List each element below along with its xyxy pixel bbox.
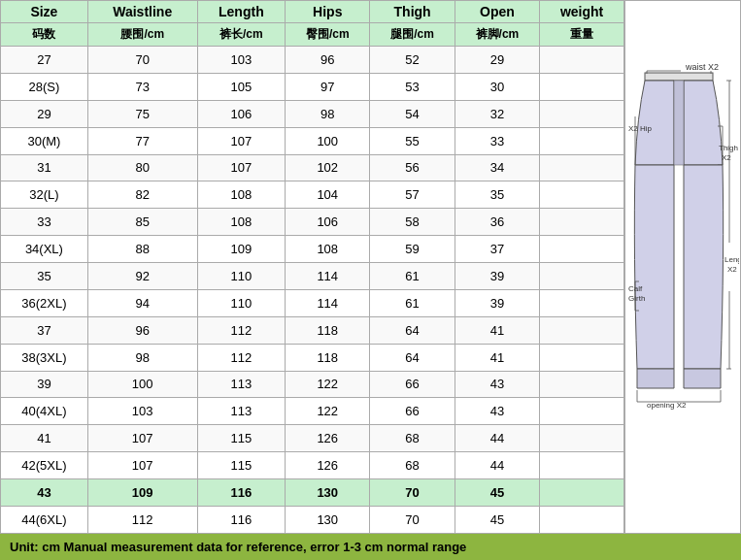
cell-size: 40(4XL)	[1, 398, 88, 425]
table-row: 40(4XL)1031131226643	[1, 398, 624, 425]
cell-size: 28(S)	[1, 73, 88, 100]
cell-open: 41	[455, 316, 539, 344]
cell-open: 39	[455, 263, 539, 290]
table-row: 28(S)73105975330	[1, 73, 624, 100]
cell-open: 37	[455, 236, 539, 263]
cell-weight	[540, 73, 624, 100]
cell-thigh: 58	[370, 209, 455, 236]
cell-waist: 107	[87, 425, 197, 452]
cell-thigh: 53	[370, 73, 455, 100]
cell-thigh: 55	[370, 127, 455, 154]
cell-length: 113	[197, 371, 285, 398]
cell-hips: 130	[286, 506, 370, 533]
cell-waist: 100	[87, 371, 197, 398]
cell-weight	[540, 236, 624, 263]
svg-rect-5	[674, 81, 684, 165]
svg-text:Girth: Girth	[628, 294, 645, 303]
cell-open: 44	[455, 425, 539, 452]
cell-waist: 103	[87, 398, 197, 425]
cell-weight	[540, 100, 624, 127]
cell-size: 44(6XL)	[1, 506, 88, 533]
cell-thigh: 57	[370, 181, 455, 209]
table-row: 35921101146139	[1, 263, 624, 290]
cell-thigh: 52	[370, 47, 455, 74]
cell-thigh: 68	[370, 425, 455, 452]
cell-size: 35	[1, 263, 88, 290]
cell-open: 30	[455, 73, 539, 100]
cell-size: 31	[1, 154, 88, 181]
cell-waist: 98	[87, 344, 197, 371]
cell-length: 112	[197, 316, 285, 344]
cell-hips: 114	[286, 289, 370, 316]
cell-size: 39	[1, 371, 88, 398]
cell-thigh: 70	[370, 479, 455, 507]
svg-text:waist X2: waist X2	[685, 62, 719, 72]
cell-open: 44	[455, 452, 539, 479]
cell-hips: 102	[286, 154, 370, 181]
cell-hips: 126	[286, 452, 370, 479]
cell-hips: 118	[286, 344, 370, 371]
cell-length: 110	[197, 263, 285, 290]
cell-open: 33	[455, 127, 539, 154]
cell-waist: 88	[87, 236, 197, 263]
size-diagram: waist X2 X2 Hip Thigh X2	[624, 0, 741, 534]
cell-length: 108	[197, 181, 285, 209]
cell-waist: 82	[87, 181, 197, 209]
col-hips: Hips	[286, 1, 370, 23]
cell-waist: 73	[87, 73, 197, 100]
cell-weight	[540, 316, 624, 344]
cell-hips: 126	[286, 425, 370, 452]
cell-waist: 92	[87, 263, 197, 290]
cell-weight	[540, 263, 624, 290]
col-waistline: Waistline	[87, 1, 197, 23]
cell-size: 34(XL)	[1, 236, 88, 263]
cell-open: 36	[455, 209, 539, 236]
cell-hips: 96	[286, 47, 370, 74]
cell-size: 38(3XL)	[1, 344, 88, 371]
cell-length: 115	[197, 425, 285, 452]
cell-size: 30(M)	[1, 127, 88, 154]
cell-length: 103	[197, 47, 285, 74]
cell-weight	[540, 154, 624, 181]
cell-size: 29	[1, 100, 88, 127]
cell-waist: 94	[87, 289, 197, 316]
cell-weight	[540, 398, 624, 425]
cell-waist: 75	[87, 100, 197, 127]
svg-text:X2 Hip: X2 Hip	[628, 124, 653, 133]
col-thigh-cn: 腿围/cm	[370, 23, 455, 47]
footer-note: Unit: cm Manual measurement data for ref…	[0, 534, 741, 560]
svg-text:Length: Length	[724, 255, 739, 264]
cell-length: 115	[197, 452, 285, 479]
table-row: 30(M)771071005533	[1, 127, 624, 154]
table-row: 2975106985432	[1, 100, 624, 127]
table-row: 33851081065836	[1, 209, 624, 236]
cell-weight	[540, 344, 624, 371]
table-row: 32(L)821081045735	[1, 181, 624, 209]
cell-length: 112	[197, 344, 285, 371]
cell-open: 34	[455, 154, 539, 181]
cell-size: 27	[1, 47, 88, 74]
cell-open: 45	[455, 479, 539, 507]
cell-thigh: 64	[370, 344, 455, 371]
col-size-cn: 码数	[1, 23, 88, 47]
cell-length: 106	[197, 100, 285, 127]
table-row: 431091161307045	[1, 479, 624, 507]
cell-weight	[540, 127, 624, 154]
cell-open: 45	[455, 506, 539, 533]
cell-thigh: 66	[370, 398, 455, 425]
cell-hips: 108	[286, 236, 370, 263]
cell-thigh: 61	[370, 289, 455, 316]
cell-hips: 100	[286, 127, 370, 154]
cell-open: 35	[455, 181, 539, 209]
col-weight: weight	[540, 1, 624, 23]
cell-waist: 112	[87, 506, 197, 533]
cell-size: 33	[1, 209, 88, 236]
table-row: 37961121186441	[1, 316, 624, 344]
table-row: 38(3XL)981121186441	[1, 344, 624, 371]
cell-thigh: 54	[370, 100, 455, 127]
cell-thigh: 70	[370, 506, 455, 533]
cell-length: 105	[197, 73, 285, 100]
cell-thigh: 59	[370, 236, 455, 263]
table-row: 2770103965229	[1, 47, 624, 74]
svg-text:Calf: Calf	[628, 284, 643, 293]
